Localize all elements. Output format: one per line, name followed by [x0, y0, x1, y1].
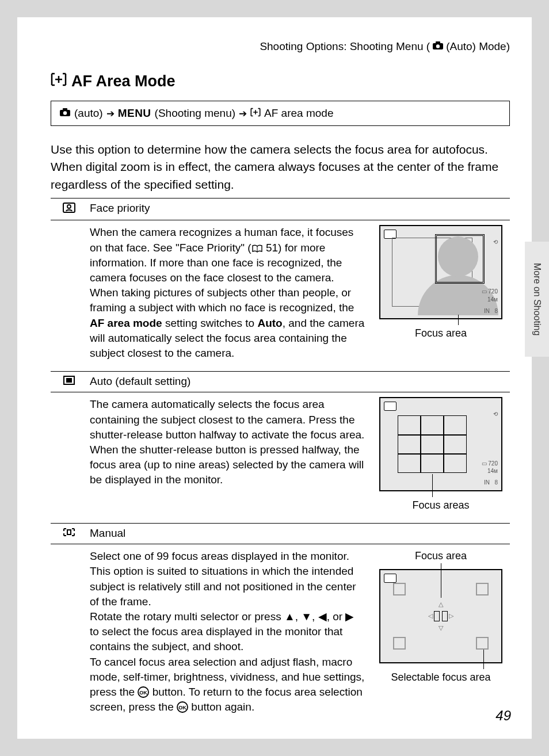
svg-rect-11	[67, 530, 71, 534]
face-priority-icon	[51, 198, 87, 220]
row2-text: Select one of 99 focus areas displayed i…	[90, 549, 366, 715]
nav-menu: MENU	[118, 107, 151, 120]
svg-rect-1	[436, 41, 440, 44]
figure-caption-0: Focus area	[378, 326, 504, 341]
svg-rect-10	[66, 378, 72, 383]
triangle-up-icon: ▲	[284, 610, 295, 623]
camera-icon	[432, 40, 444, 53]
figure-manual: ◁▷ △ ▽	[379, 569, 502, 663]
figure-caption-2-bottom: Selectable focus area	[378, 670, 504, 685]
intro-text: Use this option to determine how the cam…	[51, 141, 510, 193]
book-icon	[251, 242, 263, 254]
title-text: AF Area Mode	[71, 72, 176, 90]
svg-point-2	[436, 44, 440, 48]
header-text-after: (Auto) Mode)	[446, 40, 510, 53]
breadcrumb: (auto) ➔ MENU (Shooting menu) ➔ AF area …	[51, 101, 510, 126]
page-title: AF Area Mode	[51, 72, 510, 90]
nav-af: AF area mode	[264, 107, 333, 120]
triangle-right-icon: ▶	[345, 610, 354, 623]
camera-icon	[59, 107, 71, 120]
svg-point-7	[67, 205, 71, 208]
nav-auto: (auto)	[74, 107, 103, 120]
row2-name: Manual	[87, 524, 510, 544]
triangle-left-icon: ◀	[318, 610, 327, 623]
svg-text:OK: OK	[178, 705, 186, 711]
triangle-down-icon: ▼	[301, 610, 312, 623]
side-tab: More on Shooting	[525, 242, 549, 357]
figure-caption-1: Focus areas	[378, 498, 504, 513]
row0-text: When the camera recognizes a human face,…	[90, 225, 366, 361]
manual-area-icon	[51, 524, 87, 544]
arrow-right-icon: ➔	[239, 108, 247, 120]
page-header: Shooting Options: Shooting Menu ( (Auto)…	[51, 40, 510, 53]
page-number: 49	[495, 708, 511, 724]
figure-face-priority: ⟲ ▭ 72014м IN 8	[379, 225, 502, 319]
auto-area-icon	[51, 372, 87, 392]
af-bracket-icon	[250, 107, 261, 120]
figure-caption-2-top: Focus area	[378, 549, 504, 563]
figure-auto: ⟲ ▭ 72014м IN 8	[379, 397, 502, 491]
header-text-before: Shooting Options: Shooting Menu (	[260, 40, 430, 53]
row1-text: The camera automatically selects the foc…	[90, 397, 366, 513]
ok-button-icon: OK	[177, 701, 188, 713]
svg-point-5	[63, 111, 67, 114]
ok-button-icon: OK	[138, 686, 149, 698]
settings-table: Face priority When the camera recognizes…	[51, 198, 510, 725]
svg-text:OK: OK	[140, 690, 148, 696]
row0-name: Face priority	[87, 198, 510, 220]
row1-name: Auto (default setting)	[87, 372, 510, 392]
nav-shooting: (Shooting menu)	[155, 107, 235, 120]
arrow-right-icon: ➔	[106, 108, 115, 120]
af-bracket-icon	[51, 72, 67, 90]
svg-rect-4	[63, 108, 67, 110]
